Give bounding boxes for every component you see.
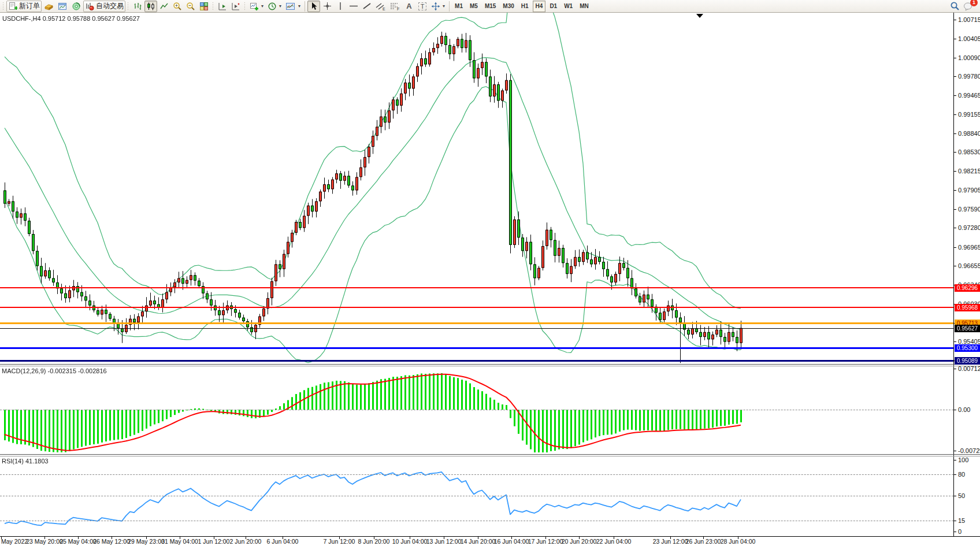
macd-label: MACD(12,26,9) -0.002315 -0.002816: [2, 367, 107, 374]
cursor-tool-button[interactable]: [307, 1, 320, 12]
fibo-tag: F: [397, 7, 399, 11]
chevron-down-icon: ▾: [261, 3, 263, 9]
toolbar-grip: [212, 2, 214, 11]
timeframe-M1[interactable]: M1: [452, 1, 466, 12]
horizontal-line-icon: [349, 2, 358, 10]
bar-chart-type-button[interactable]: [131, 1, 144, 12]
fibonacci-tool-button[interactable]: F: [388, 1, 402, 12]
candlestick-icon: [146, 2, 155, 11]
chart-styles-button[interactable]: [42, 1, 55, 12]
chevron-down-icon: ▾: [298, 3, 300, 9]
autotrade-label: 自动交易: [96, 1, 124, 11]
resistance-line-2[interactable]: [0, 307, 953, 308]
channel-tool-button[interactable]: E: [374, 1, 388, 12]
price-tick-label: 0.97590: [958, 206, 980, 213]
tile-windows-button[interactable]: [198, 1, 210, 12]
chevron-down-icon: ▾: [443, 3, 445, 9]
new-order-icon: [8, 2, 17, 11]
timeframe-W1[interactable]: W1: [561, 1, 576, 12]
pane-separator: [0, 456, 980, 456]
timeframe-MN[interactable]: MN: [577, 1, 592, 12]
timeframe-H1[interactable]: H1: [518, 1, 532, 12]
rsi-level-line: [0, 496, 953, 496]
main-chart-canvas[interactable]: [0, 13, 953, 364]
search-button[interactable]: [948, 1, 962, 12]
notification-badge: 1: [970, 0, 978, 6]
price-tick-label: 0.98215: [958, 168, 980, 174]
search-icon: [950, 1, 960, 11]
add-indicator-button[interactable]: ▾: [248, 1, 265, 12]
autotrade-icon: [85, 2, 94, 11]
rsi-tick-label: 100: [958, 456, 968, 463]
zoom-in-icon: [173, 2, 182, 11]
text-tool-button[interactable]: A: [403, 1, 415, 12]
trendline-tool-button[interactable]: [361, 1, 373, 12]
price-tick-label: 0.97905: [958, 187, 980, 194]
support-line-2[interactable]: [0, 360, 953, 362]
refresh-button[interactable]: [70, 1, 83, 12]
pane-separator[interactable]: [0, 364, 980, 365]
template-icon: [285, 2, 296, 11]
price-tick-label: 0.99155: [958, 111, 980, 118]
toolbar-grip: [127, 2, 129, 11]
bar-chart-icon: [133, 2, 142, 11]
support-line-2-badge: 0.95089: [955, 357, 980, 365]
gold-box-icon: [44, 2, 54, 11]
arrows-tool-button[interactable]: ▾: [429, 1, 447, 12]
resistance-line-1[interactable]: [0, 287, 953, 288]
zoom-out-button[interactable]: [184, 1, 197, 12]
fibonacci-icon: F: [390, 2, 400, 11]
chart-window-icon: [58, 2, 68, 11]
pivot-line[interactable]: [0, 322, 953, 324]
crosshair-tool-button[interactable]: [321, 1, 333, 12]
current-price-line[interactable]: [0, 328, 953, 329]
rsi-label: RSI(14) 41.1803: [2, 458, 49, 465]
trading-terminal-window: 新订单 自动交易: [0, 0, 980, 546]
auto-scroll-button[interactable]: [229, 1, 242, 12]
pane-separator[interactable]: [0, 454, 980, 455]
macd-tick-label: -0.00729: [958, 447, 980, 454]
rsi-level-line: [0, 521, 953, 521]
cursor-icon: [310, 2, 318, 10]
timeframe-M15[interactable]: M15: [482, 1, 499, 12]
main-toolbar: 新订单 自动交易: [0, 0, 980, 13]
notifications-button[interactable]: 1: [962, 1, 975, 12]
channel-tag: E: [383, 7, 385, 11]
price-tick-label: 0.98530: [958, 148, 980, 155]
new-order-button[interactable]: 新订单: [6, 1, 42, 12]
timeframe-M30[interactable]: M30: [500, 1, 517, 12]
rsi-tick-label: 0: [958, 528, 962, 535]
zoom-in-button[interactable]: [171, 1, 184, 12]
toolbar-grip: [244, 2, 246, 11]
chart-shift-icon: [218, 2, 227, 11]
chart-shift-button[interactable]: [216, 1, 229, 12]
clock-icon: [268, 2, 277, 11]
line-chart-type-button[interactable]: [158, 1, 170, 12]
candlestick-type-button[interactable]: [144, 1, 157, 12]
rsi-tick-label: 15: [958, 517, 965, 524]
current-price-line-badge: 0.95627: [955, 325, 980, 332]
text-label-tool-button[interactable]: T: [416, 1, 429, 12]
resistance-line-2-badge: 0.95968: [955, 304, 980, 311]
horizontal-line-tool-button[interactable]: [347, 1, 360, 12]
timeframe-group: M1M5M15M30H1H4D1W1MN: [452, 1, 592, 12]
zoom-out-icon: [186, 2, 195, 11]
timeframe-M5[interactable]: M5: [467, 1, 481, 12]
indicator-plus-icon: [250, 2, 259, 11]
autotrade-button[interactable]: 自动交易: [83, 1, 125, 12]
templates-button[interactable]: ▾: [284, 1, 302, 12]
price-tick-label: 1.00715: [958, 16, 980, 23]
price-axis-border: [953, 13, 954, 537]
channel-icon: E: [376, 2, 386, 11]
rsi-tick-label: 50: [958, 492, 965, 499]
resistance-line-1-badge: 0.96296: [955, 284, 980, 292]
price-tick-label: 0.99780: [958, 73, 980, 80]
vertical-line-icon: [337, 2, 344, 10]
support-line-1[interactable]: [0, 347, 953, 349]
timeframe-D1[interactable]: D1: [547, 1, 560, 12]
timeframe-H4[interactable]: H4: [533, 1, 546, 12]
price-tick-label: 0.96965: [958, 244, 980, 251]
periods-button[interactable]: ▾: [266, 1, 283, 12]
vertical-line-tool-button[interactable]: [334, 1, 347, 12]
charts-window-button[interactable]: [56, 1, 69, 12]
